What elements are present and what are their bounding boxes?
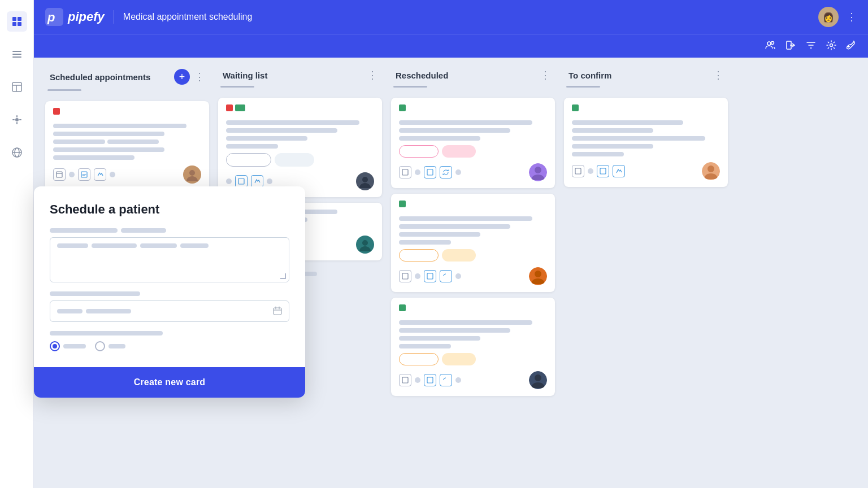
sidebar-item-table[interactable]: [7, 77, 27, 97]
radio-btn-1[interactable]: [50, 341, 60, 351]
card-line: [226, 128, 337, 133]
avatar[interactable]: 👩: [818, 7, 839, 27]
card-avatar-wl2: [356, 236, 374, 254]
card-line: [226, 136, 307, 141]
badge-pink-fill[interactable]: [442, 145, 476, 158]
column-rescheduled: Rescheduled ⋮: [391, 69, 555, 477]
textarea-placeholder-4: [180, 243, 209, 248]
badge-row-rs2: [399, 249, 547, 262]
card-icon-rs2a[interactable]: [399, 270, 411, 282]
users-toolbar-icon[interactable]: [765, 40, 775, 53]
filter-toolbar-icon[interactable]: [806, 40, 816, 53]
column-menu-rescheduled[interactable]: ⋮: [540, 69, 550, 81]
card-footer-rs3: [399, 371, 547, 389]
radio-btn-2[interactable]: [95, 341, 105, 351]
sidebar-item-automation[interactable]: [7, 110, 27, 130]
sidebar-item-list[interactable]: [7, 44, 27, 64]
card-icon-rs3b[interactable]: [424, 374, 436, 386]
column-menu-waiting[interactable]: ⋮: [367, 69, 377, 81]
card-icon-b[interactable]: [251, 175, 263, 188]
card-icon-rs1a[interactable]: [399, 166, 411, 178]
svg-point-47: [535, 374, 541, 381]
modal-body: Schedule a patient: [34, 186, 305, 367]
radio-row: [50, 341, 289, 351]
card-icon-rs1b[interactable]: [424, 166, 436, 178]
date-placeholder-1: [57, 309, 83, 313]
badge-pink-outline[interactable]: [399, 145, 439, 158]
svg-rect-13: [12, 119, 15, 120]
badge-orange-fill[interactable]: [442, 249, 476, 262]
card-avatar-sc1: [183, 165, 201, 184]
more-icon[interactable]: ⋮: [847, 11, 857, 23]
card-line: [399, 216, 532, 221]
badge-orange-outline-2[interactable]: [399, 353, 439, 365]
radio-option-2[interactable]: [95, 341, 125, 351]
add-card-button-scheduled[interactable]: +: [174, 69, 190, 85]
card-line: [53, 155, 134, 160]
card-dot-tc1: [588, 168, 593, 174]
column-header-to-confirm: To confirm ⋮: [566, 69, 726, 86]
radio-label-line: [50, 331, 163, 336]
card-tags-row: [53, 108, 201, 119]
card-icon-2[interactable]: [78, 168, 90, 181]
svg-point-35: [362, 240, 368, 246]
card-dot-rs2: [415, 273, 420, 279]
resize-handle[interactable]: [280, 273, 286, 279]
card-icon-rs2c[interactable]: [440, 270, 452, 282]
card-dot: [226, 178, 232, 184]
column-header-scheduled: Scheduled appointments + ⋮: [47, 69, 207, 89]
svg-rect-4: [12, 51, 21, 52]
badge-orange-fill-2[interactable]: [442, 353, 476, 365]
card-icon-tc1b[interactable]: [597, 165, 609, 177]
svg-rect-41: [427, 273, 433, 279]
card-tags-tc1: [572, 104, 720, 116]
card-line: [53, 147, 164, 152]
card-icon-rs1c[interactable]: [440, 166, 452, 178]
wl-button-1[interactable]: [226, 153, 271, 167]
sidebar-item-grid[interactable]: [7, 11, 27, 32]
card-icons-rs3: [399, 374, 461, 386]
textarea-box[interactable]: [50, 237, 289, 282]
card-line: [399, 224, 510, 229]
field1-label-row: [50, 228, 289, 233]
card-line: [107, 140, 159, 144]
card-line: [226, 144, 278, 149]
calendar-icon[interactable]: [273, 306, 282, 317]
card-icon-rs2b[interactable]: [424, 270, 436, 282]
card-tag-green-rs2: [399, 201, 406, 207]
sidebar-item-globe[interactable]: [7, 142, 27, 163]
create-card-button[interactable]: Create new card: [134, 377, 206, 387]
card-icon-1[interactable]: [53, 168, 66, 181]
card-tag-green-rs3: [399, 304, 406, 311]
svg-rect-11: [16, 115, 18, 117]
card-icon-tc1a[interactable]: [572, 165, 584, 177]
svg-rect-6: [12, 56, 21, 58]
wrench-toolbar-icon[interactable]: [847, 40, 857, 53]
card-tag-green-tc1: [572, 104, 579, 111]
card-line: [53, 132, 164, 136]
card-icon-3[interactable]: [94, 168, 106, 181]
svg-point-21: [771, 41, 774, 44]
card-icon-rs3c[interactable]: [440, 374, 452, 386]
radio-option-1[interactable]: [50, 341, 86, 351]
wl-button-2[interactable]: [275, 153, 314, 167]
badge-row-rs3: [399, 353, 547, 365]
settings-toolbar-icon[interactable]: [826, 40, 836, 53]
date-input-row[interactable]: [50, 300, 289, 322]
textarea-content: [57, 243, 282, 248]
login-toolbar-icon[interactable]: [785, 40, 796, 53]
card-icon-rs3a[interactable]: [399, 374, 411, 386]
card-line: [572, 152, 624, 156]
card-tags-rs3: [399, 304, 547, 316]
card-icon-a[interactable]: [235, 175, 248, 188]
date-placeholder-2: [86, 309, 131, 313]
column-menu-scheduled[interactable]: ⋮: [194, 71, 205, 83]
badge-orange-outline[interactable]: [399, 249, 439, 262]
card-icon-tc1c[interactable]: [613, 165, 625, 177]
sidebar: [0, 0, 34, 488]
column-menu-to-confirm[interactable]: ⋮: [713, 69, 723, 81]
card-dot-2: [267, 178, 272, 184]
card-line: [399, 344, 451, 348]
badge-row-rs1: [399, 145, 547, 158]
card-line: [399, 232, 480, 237]
